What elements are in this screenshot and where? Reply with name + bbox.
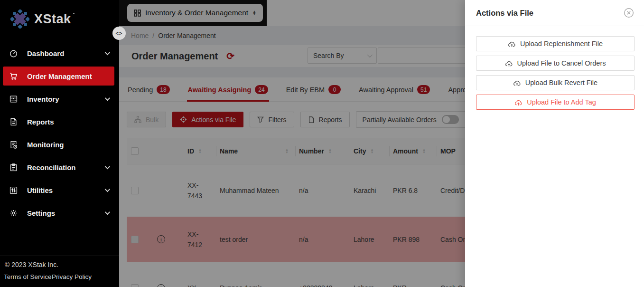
sidebar-item-reconciliation[interactable]: Reconciliation (3, 158, 114, 177)
chevron-down-icon (105, 210, 110, 215)
sidebar: XStak <> Dashboard Order Management (0, 0, 119, 287)
drawer-body: Upload Replenishment File Upload File to… (465, 26, 644, 110)
cart-icon (9, 72, 18, 80)
upload-file-to-add-tag-button[interactable]: Upload File to Add Tag (476, 95, 635, 110)
gauge-icon (9, 49, 18, 57)
sidebar-footer: © 2023 XStak Inc. Terms of Service Priva… (0, 256, 119, 287)
cloud-upload-icon (514, 99, 523, 106)
actions-via-file-drawer: Actions via File Upload Replenishment Fi… (465, 0, 644, 287)
upload-file-to-cancel-orders-button[interactable]: Upload File to Cancel Orders (476, 56, 635, 71)
sidebar-item-label: Settings (27, 209, 105, 217)
upload-bulk-revert-file-button[interactable]: Upload Bulk Revert File (476, 75, 635, 90)
copyright-text: © 2023 XStak Inc. (4, 261, 115, 268)
chevron-down-icon (105, 96, 110, 101)
drawer-title: Actions via File (476, 9, 533, 18)
cloud-upload-icon (505, 60, 513, 67)
gear-icon (9, 209, 18, 217)
sidebar-item-label: Reconciliation (27, 163, 105, 172)
close-icon[interactable] (624, 8, 634, 18)
sidebar-item-utilities[interactable]: Utilities (3, 181, 114, 200)
privacy-policy-link[interactable]: Privacy Policy (52, 273, 92, 280)
sidebar-menu: Dashboard Order Management Inventory (0, 44, 119, 222)
cloud-upload-icon (513, 79, 521, 86)
sidebar-item-label: Utilities (27, 186, 105, 194)
utilities-icon (9, 186, 18, 194)
xstak-logo-icon (10, 10, 29, 29)
sidebar-item-inventory[interactable]: Inventory (3, 89, 114, 108)
monitoring-icon (9, 141, 18, 149)
logo-wordmark: XStak (34, 12, 71, 27)
sidebar-item-order-management[interactable]: Order Management (3, 67, 114, 86)
sidebar-item-label: Reports (27, 118, 109, 126)
sidebar-collapse-button[interactable]: <> (112, 27, 126, 40)
terms-of-service-link[interactable]: Terms of Service (4, 273, 52, 280)
chevron-down-icon (105, 50, 110, 55)
chevron-down-icon (105, 187, 110, 192)
sidebar-item-settings[interactable]: Settings (3, 203, 114, 222)
report-file-icon (9, 118, 18, 126)
sidebar-item-label: Inventory (27, 95, 105, 103)
logo: XStak (0, 0, 119, 31)
sidebar-item-dashboard[interactable]: Dashboard (3, 44, 114, 63)
sidebar-item-monitoring[interactable]: Monitoring (3, 135, 114, 154)
reconciliation-icon (9, 163, 18, 172)
drawer-header: Actions via File (465, 0, 644, 26)
app-root: XStak <> Dashboard Order Management (0, 0, 644, 287)
cloud-upload-icon (508, 40, 516, 48)
sidebar-item-reports[interactable]: Reports (3, 112, 114, 131)
chevron-down-icon (105, 164, 110, 169)
inventory-icon (9, 95, 18, 103)
sidebar-item-label: Dashboard (27, 49, 105, 57)
sidebar-item-label: Order Management (27, 72, 109, 80)
sidebar-item-label: Monitoring (27, 141, 109, 149)
upload-replenishment-file-button[interactable]: Upload Replenishment File (476, 36, 635, 51)
